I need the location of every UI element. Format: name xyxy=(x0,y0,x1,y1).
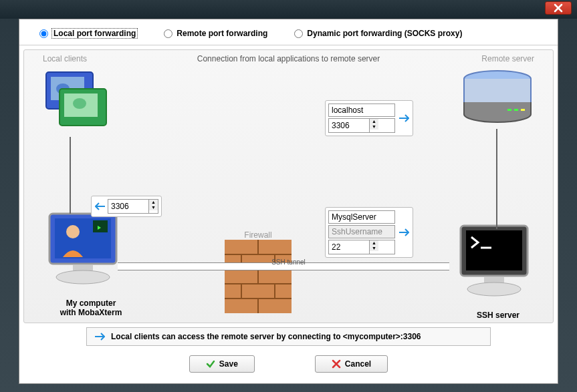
radio-local-label: Local port forwarding xyxy=(52,29,137,38)
close-button[interactable] xyxy=(545,1,572,15)
svg-point-32 xyxy=(467,282,521,296)
firewall-block: Firewall xyxy=(225,230,292,315)
ssh-user-input[interactable] xyxy=(328,225,395,238)
ssh-connection-group: ▲▼ xyxy=(325,207,413,258)
remote-host-input[interactable] xyxy=(328,104,395,117)
ssh-server-input[interactable] xyxy=(328,210,395,224)
radio-dynamic-forwarding[interactable]: Dynamic port forwarding (SOCKS proxy) xyxy=(294,29,462,38)
ssh-port-input[interactable] xyxy=(329,240,369,254)
arrow-right-icon xyxy=(94,332,106,341)
radio-dynamic-input[interactable] xyxy=(294,29,303,38)
line-remote-to-ssh xyxy=(496,129,497,229)
save-label: Save xyxy=(219,359,238,369)
local-port-input[interactable] xyxy=(108,200,148,213)
arrow-right-icon xyxy=(398,114,410,123)
radio-remote-forwarding[interactable]: Remote port forwarding xyxy=(164,29,267,38)
svg-rect-9 xyxy=(521,109,525,111)
svg-rect-13 xyxy=(93,220,108,232)
port-forwarding-dialog: Local port forwarding Remote port forwar… xyxy=(19,19,558,384)
my-computer-icon xyxy=(43,210,123,289)
firewall-label: Firewall xyxy=(225,230,292,240)
svg-point-12 xyxy=(66,225,80,238)
svg-rect-8 xyxy=(514,109,518,111)
ssh-port-spinner[interactable]: ▲▼ xyxy=(328,240,395,254)
radio-local-input[interactable] xyxy=(39,29,48,38)
remote-port-input[interactable] xyxy=(329,119,369,132)
local-clients-icon xyxy=(43,69,110,131)
tunnel-diagram: Local clients Connection from local appl… xyxy=(23,49,554,323)
connection-title: Connection from local applications to re… xyxy=(24,54,553,63)
ssh-server-label: SSH server xyxy=(477,311,520,320)
firewall-icon xyxy=(225,240,292,313)
close-icon xyxy=(554,3,563,13)
radio-remote-label: Remote port forwarding xyxy=(177,29,267,38)
radio-dynamic-label: Dynamic port forwarding (SOCKS proxy) xyxy=(307,29,462,38)
spinner-buttons[interactable]: ▲▼ xyxy=(369,240,378,254)
local-port-group: ▲▼ xyxy=(91,196,162,217)
remote-server-icon xyxy=(461,69,534,131)
ssh-tunnel-label: SSH tunnel xyxy=(24,258,553,266)
spinner-buttons[interactable]: ▲▼ xyxy=(369,119,378,132)
dialog-buttons: Save Cancel xyxy=(19,349,558,379)
svg-point-15 xyxy=(56,270,110,284)
cancel-label: Cancel xyxy=(345,359,371,369)
status-bar: Local clients can access the remote serv… xyxy=(86,327,491,346)
radio-remote-input[interactable] xyxy=(164,29,172,38)
arrow-left-icon xyxy=(94,202,106,211)
local-port-spinner[interactable]: ▲▼ xyxy=(108,199,158,214)
save-button[interactable]: Save xyxy=(189,355,255,373)
my-computer-label: My computer with MobaXterm xyxy=(51,299,131,318)
spinner-buttons[interactable]: ▲▼ xyxy=(148,200,158,213)
svg-rect-7 xyxy=(507,109,511,111)
remote-port-spinner[interactable]: ▲▼ xyxy=(328,118,395,133)
forwarding-type-radios: Local port forwarding Remote port forwar… xyxy=(19,19,558,45)
remote-server-group: ▲▼ xyxy=(325,100,413,136)
titlebar xyxy=(0,0,577,19)
line-clients-to-computer xyxy=(70,137,71,214)
radio-local-forwarding[interactable]: Local port forwarding xyxy=(39,29,137,38)
remote-server-label: Remote server xyxy=(481,54,534,63)
status-text: Local clients can access the remote serv… xyxy=(111,332,421,341)
x-icon xyxy=(332,359,341,369)
check-icon xyxy=(206,359,215,369)
cancel-button[interactable]: Cancel xyxy=(315,355,388,373)
svg-point-5 xyxy=(73,98,86,109)
arrow-right-icon xyxy=(398,228,410,237)
